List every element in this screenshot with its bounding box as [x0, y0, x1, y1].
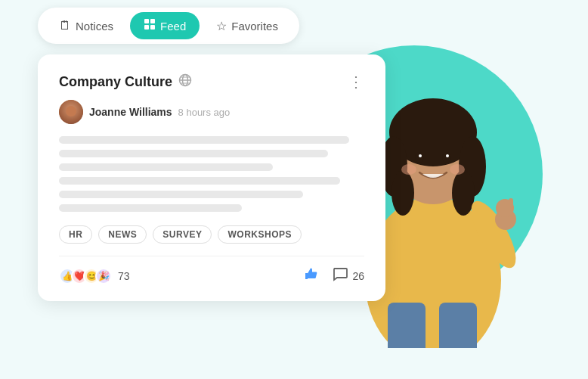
tab-bar: 🗒 Notices Feed ☆ Favorites — [38, 8, 299, 44]
svg-point-11 — [442, 152, 451, 163]
card-title-row: Company Culture — [59, 73, 192, 91]
card-header: Company Culture ⋮ — [59, 73, 364, 91]
comment-icon — [332, 266, 348, 286]
globe-icon — [178, 73, 192, 91]
reactions-row: 👍 ❤️ 😊 🎉 73 — [59, 256, 364, 286]
like-button[interactable] — [303, 266, 320, 286]
svg-rect-23 — [144, 25, 149, 30]
content-line — [59, 177, 340, 185]
svg-rect-20 — [509, 198, 513, 210]
emoji-party: 🎉 — [95, 268, 112, 284]
tag-hr[interactable]: HR — [59, 225, 92, 244]
svg-rect-1 — [388, 303, 426, 348]
tab-feed-label: Feed — [160, 20, 186, 33]
main-card: Company Culture ⋮ Joanne Williams — [38, 54, 385, 301]
content-line — [59, 136, 349, 144]
reaction-count: 73 — [118, 270, 130, 282]
svg-point-9 — [452, 170, 475, 216]
card-area: 🗒 Notices Feed ☆ Favorites Company Cult — [38, 8, 416, 301]
comment-count: 26 — [352, 270, 364, 282]
author-avatar — [59, 100, 83, 124]
tag-list: HR NEWS SURVEY WORKSHOPS — [59, 225, 364, 244]
reaction-emojis: 👍 ❤️ 😊 🎉 73 — [59, 268, 130, 284]
emoji-stack: 👍 ❤️ 😊 🎉 — [59, 268, 112, 284]
content-line — [59, 163, 273, 171]
svg-rect-24 — [150, 25, 155, 30]
tab-favorites[interactable]: ☆ Favorites — [203, 12, 292, 39]
svg-rect-21 — [144, 19, 149, 23]
tab-notices[interactable]: 🗒 Notices — [45, 12, 127, 39]
svg-rect-22 — [150, 19, 155, 23]
card-title: Company Culture — [59, 74, 172, 90]
content-line — [59, 204, 242, 212]
tag-workshops[interactable]: WORKSHOPS — [218, 225, 302, 244]
content-line — [59, 150, 328, 157]
tag-news[interactable]: NEWS — [98, 225, 147, 244]
author-name: Joanne Williams — [89, 106, 172, 118]
tab-favorites-label: Favorites — [231, 20, 278, 33]
action-buttons: 26 — [303, 266, 364, 286]
favorites-icon: ☆ — [216, 19, 227, 33]
tab-feed[interactable]: Feed — [130, 12, 200, 39]
svg-point-12 — [419, 154, 422, 157]
post-time: 8 hours ago — [178, 107, 231, 118]
more-menu-icon[interactable]: ⋮ — [348, 73, 364, 91]
content-line — [59, 191, 303, 198]
tag-survey[interactable]: SURVEY — [153, 225, 212, 244]
feed-icon — [144, 18, 156, 33]
svg-point-15 — [450, 164, 465, 175]
svg-point-13 — [446, 154, 449, 157]
svg-rect-2 — [439, 303, 477, 348]
post-content — [59, 136, 364, 212]
tab-notices-label: Notices — [76, 20, 113, 33]
svg-point-10 — [415, 152, 424, 163]
comment-button[interactable]: 26 — [332, 266, 364, 286]
notices-icon: 🗒 — [59, 19, 71, 33]
author-row: Joanne Williams 8 hours ago — [59, 100, 364, 124]
like-icon — [303, 266, 320, 286]
